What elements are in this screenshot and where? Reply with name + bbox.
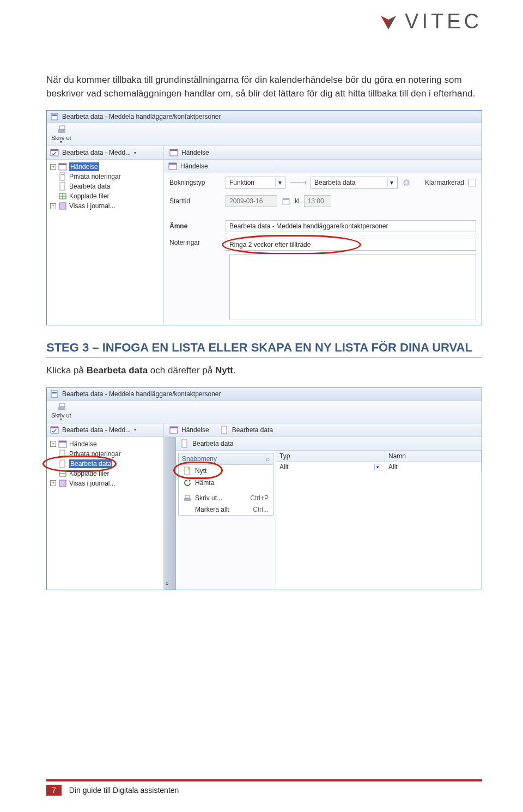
- calendar-icon: [169, 426, 178, 434]
- gear-icon[interactable]: [402, 178, 411, 187]
- svg-rect-2: [58, 129, 65, 133]
- menu-item-label: Hämta: [195, 479, 214, 487]
- shortcut: Ctrl+P: [250, 494, 269, 502]
- tab-row: Bearbeta data - Medd... ▾ Händelse: [47, 146, 482, 160]
- menu-item-nytt[interactable]: Nytt: [179, 465, 273, 477]
- svg-rect-12: [60, 183, 65, 190]
- titlebar: Bearbeta data - Meddela handläggare/kont…: [47, 111, 482, 123]
- starttid-time-input[interactable]: 13:00: [304, 195, 331, 207]
- svg-rect-23: [51, 391, 58, 397]
- tab-label: Händelse: [181, 426, 209, 434]
- print-button[interactable]: Skriv ut ▾: [51, 403, 71, 422]
- pane-header: Bearbeta data: [176, 437, 482, 451]
- svg-rect-28: [51, 427, 58, 428]
- data-row[interactable]: Allt ▾ Allt: [276, 462, 482, 472]
- noteringar-label: Noteringar: [169, 239, 221, 246]
- svg-rect-33: [59, 441, 66, 443]
- cell-typ: Allt: [279, 463, 289, 471]
- chevron-down-icon[interactable]: ▾: [374, 464, 381, 470]
- tree-item-label: Kopplade filer: [69, 469, 109, 478]
- tab-handelse[interactable]: Händelse: [164, 423, 215, 437]
- klarmarkerad-checkbox[interactable]: [469, 179, 476, 186]
- target-combo[interactable]: Bearbeta data ▾: [311, 177, 398, 189]
- chevron-down-icon: ▾: [134, 427, 136, 432]
- tree-item-visas[interactable]: + Visas i journal...: [48, 201, 162, 211]
- tree-item-bearbeta[interactable]: Bearbeta data: [48, 181, 162, 191]
- menu-item-skriv[interactable]: Skriv ut... Ctrl+P: [179, 492, 273, 504]
- svg-rect-34: [60, 450, 65, 458]
- svg-rect-38: [59, 480, 66, 487]
- tree-item-label: Bearbeta data: [69, 182, 110, 191]
- page-number: 7: [46, 785, 62, 796]
- starttid-date-input[interactable]: 2009-03-16: [226, 195, 277, 207]
- pane-header: Händelse: [164, 160, 482, 173]
- chevron-down-icon: ▾: [275, 178, 284, 187]
- svg-rect-43: [185, 495, 190, 498]
- expander-icon[interactable]: +: [50, 164, 56, 170]
- tree-item-label: Privata noteringar: [69, 172, 121, 181]
- combo-value: Bearbeta data: [314, 179, 355, 186]
- tree-pane: + Händelse Privata noteringar: [47, 160, 164, 325]
- tree-item-handelse[interactable]: + Händelse: [48, 162, 162, 172]
- amne-label: Ämne: [169, 222, 221, 230]
- svg-rect-25: [58, 407, 65, 410]
- svg-rect-0: [51, 113, 58, 120]
- cell-namn: Allt: [385, 462, 482, 472]
- menu-item-hamta[interactable]: Hämta: [179, 477, 273, 489]
- svg-rect-39: [182, 440, 187, 447]
- tree-item-kopplade[interactable]: Kopplade filer: [48, 191, 162, 201]
- tree-pane: + Händelse Privata noteringar: [47, 437, 164, 590]
- tab-bearbeta[interactable]: Bearbeta data: [215, 423, 278, 437]
- app-icon: [50, 390, 59, 398]
- logo-mark-icon: [379, 12, 398, 32]
- tree-tab-label: Bearbeta data - Medd...: [62, 426, 131, 434]
- tab-label: Bearbeta data: [232, 426, 273, 434]
- bokningstyp-combo[interactable]: Funktion ▾: [226, 177, 285, 189]
- kl-label: kl: [295, 197, 300, 205]
- tree-item-bearbeta[interactable]: Bearbeta data: [48, 459, 162, 469]
- footer-divider: [46, 779, 482, 781]
- tree-item-visas[interactable]: + Visas i journal...: [48, 478, 162, 488]
- expander-icon[interactable]: +: [50, 441, 56, 447]
- chevron-down-icon: ▾: [60, 417, 62, 422]
- tree-item-privata[interactable]: Privata noteringar: [48, 449, 162, 459]
- amne-input[interactable]: Bearbeta data - Meddela handläggare/kont…: [226, 220, 476, 232]
- expander-icon[interactable]: +: [50, 480, 56, 486]
- window-title: Bearbeta data - Meddela handläggare/kont…: [62, 113, 221, 120]
- calendar-picker-icon[interactable]: [282, 197, 290, 205]
- tree-tab[interactable]: Bearbeta data - Medd... ▾: [47, 146, 164, 159]
- menu-item-markera[interactable]: Markera allt Ctrl...: [179, 504, 273, 515]
- svg-rect-31: [222, 426, 227, 434]
- document-icon: [220, 426, 229, 434]
- pane-header-label: Bearbeta data: [192, 440, 233, 447]
- noteringar-input[interactable]: Ringa 2 veckor efter tillträde: [226, 239, 476, 251]
- tab-label: Händelse: [181, 149, 209, 156]
- logo-text: VITEC: [405, 10, 482, 33]
- starttid-label: Starttid: [169, 197, 221, 205]
- tree-item-privata[interactable]: Privata noteringar: [48, 172, 162, 181]
- column-headers: Typ Namn: [276, 451, 482, 462]
- svg-rect-11: [61, 174, 64, 175]
- svg-rect-35: [60, 460, 65, 468]
- menu-item-label: Skriv ut...: [195, 494, 222, 502]
- search-icon[interactable]: ⌕: [266, 455, 270, 463]
- journal-icon: [58, 479, 67, 488]
- toolbar: Skriv ut ▾: [47, 123, 482, 146]
- left-ribbon[interactable]: »: [164, 437, 176, 590]
- menu-header-label: Snabbmeny: [182, 455, 217, 463]
- tree-item-kopplade[interactable]: Kopplade filer: [48, 469, 162, 478]
- text: Klicka på: [46, 365, 87, 375]
- tree-tab[interactable]: Bearbeta data - Medd... ▾: [47, 423, 164, 437]
- print-button[interactable]: Skriv ut ▾: [51, 125, 71, 144]
- toolbar: Skriv ut ▾: [47, 401, 482, 423]
- svg-point-41: [188, 467, 191, 470]
- noteringar-textarea-expanded[interactable]: [229, 254, 476, 319]
- tree-item-label: Bearbeta data: [69, 459, 112, 468]
- tab-handelse[interactable]: Händelse: [164, 146, 215, 159]
- calendar-icon: [58, 440, 67, 449]
- tree-item-handelse[interactable]: + Händelse: [48, 439, 162, 449]
- table-icon: [58, 469, 67, 478]
- tab-row: Bearbeta data - Medd... ▾ Händelse Bearb…: [47, 423, 482, 437]
- chevron-down-icon: ▾: [387, 178, 396, 187]
- expander-icon[interactable]: +: [50, 203, 56, 209]
